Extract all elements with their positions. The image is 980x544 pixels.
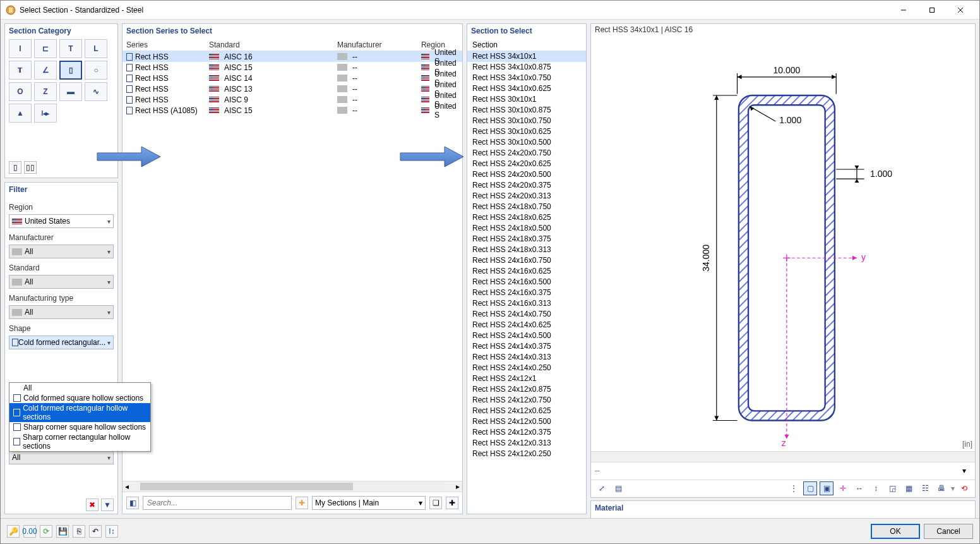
- section-item[interactable]: Rect HSS 30x10x0.875: [467, 105, 586, 116]
- close-button[interactable]: [946, 1, 974, 19]
- cat-hollow-rect[interactable]: ▯: [59, 61, 82, 80]
- cat-round-hollow[interactable]: ○: [85, 61, 107, 80]
- section-item[interactable]: Rect HSS 24x16x0.625: [467, 266, 586, 277]
- section-item[interactable]: Rect HSS 24x20x0.625: [467, 159, 586, 169]
- section-item[interactable]: Rect HSS 24x18x0.625: [467, 212, 586, 223]
- section-item[interactable]: Rect HSS 24x18x0.375: [467, 234, 586, 245]
- section-item[interactable]: Rect HSS 24x18x0.750: [467, 202, 586, 212]
- series-row[interactable]: Rect HSS (A1085) AISC 15 -- United S: [122, 105, 462, 116]
- section-item[interactable]: Rect HSS 24x14x0.313: [467, 352, 586, 363]
- cancel-button[interactable]: Cancel: [924, 524, 973, 539]
- section-item[interactable]: Rect HSS 24x12x0.250: [467, 449, 586, 459]
- tb-reset-icon[interactable]: ⟲: [957, 481, 971, 495]
- cat-i-beam[interactable]: I: [9, 39, 32, 58]
- cat-bulb[interactable]: ▲: [9, 104, 32, 123]
- section-note-select[interactable]: All▾: [9, 450, 114, 464]
- shape-option[interactable]: Sharp corner square hollow sections: [9, 422, 150, 432]
- ft-refresh-icon[interactable]: ⟳: [40, 525, 52, 538]
- series-tool-icon[interactable]: ◧: [126, 497, 139, 509]
- add-section-icon[interactable]: ✚: [296, 497, 308, 509]
- cat-view-single-icon[interactable]: ▯: [9, 161, 21, 174]
- section-list[interactable]: Rect HSS 34x10x1Rect HSS 34x10x0.875Rect…: [467, 51, 586, 514]
- ft-ibeam-icon[interactable]: I↕: [105, 525, 118, 538]
- section-item[interactable]: Rect HSS 24x20x0.750: [467, 148, 586, 159]
- tb-show-outline-icon[interactable]: ▢: [803, 481, 817, 495]
- series-row[interactable]: Rect HSS AISC 16 -- United S: [122, 51, 462, 62]
- section-item[interactable]: Rect HSS 24x14x0.375: [467, 341, 586, 352]
- section-item[interactable]: Rect HSS 30x10x0.750: [467, 116, 586, 126]
- tb-height-dim-icon[interactable]: ↕: [869, 481, 883, 495]
- ft-undo-icon[interactable]: ↶: [89, 525, 102, 538]
- preview-hscroll[interactable]: [591, 451, 975, 462]
- tb-show-section-icon[interactable]: ▣: [820, 481, 834, 495]
- minimize-button[interactable]: [889, 1, 917, 19]
- section-item[interactable]: Rect HSS 24x12x1: [467, 373, 586, 384]
- section-item[interactable]: Rect HSS 24x18x0.313: [467, 245, 586, 255]
- section-item[interactable]: Rect HSS 24x14x0.500: [467, 330, 586, 341]
- tb-grid-icon[interactable]: ▦: [902, 481, 916, 495]
- section-item[interactable]: Rect HSS 24x12x0.375: [467, 427, 586, 438]
- ft-help-icon[interactable]: 🔑: [7, 525, 20, 538]
- shape-option[interactable]: Sharp corner rectangular hollow sections: [9, 432, 150, 451]
- cat-angle[interactable]: L: [85, 39, 107, 58]
- tb-print-icon[interactable]: 🖶: [935, 481, 948, 495]
- section-item[interactable]: Rect HSS 30x10x0.500: [467, 137, 586, 148]
- shape-option[interactable]: Cold formed rectangular hollow sections: [9, 403, 150, 422]
- shape-option[interactable]: All: [9, 383, 150, 393]
- shape-select[interactable]: Cold formed rectangular...▾: [9, 335, 114, 349]
- section-item[interactable]: Rect HSS 24x20x0.375: [467, 180, 586, 191]
- cat-tee[interactable]: T: [59, 39, 82, 58]
- section-item[interactable]: Rect HSS 24x16x0.500: [467, 277, 586, 287]
- tb-dims-points-icon[interactable]: ⋮: [787, 481, 801, 495]
- maximize-button[interactable]: [917, 1, 946, 19]
- section-item[interactable]: Rect HSS 24x12x0.625: [467, 406, 586, 416]
- section-item[interactable]: Rect HSS 24x18x0.500: [467, 223, 586, 234]
- cat-double-angle[interactable]: ∠: [34, 61, 57, 80]
- cat-double-tee[interactable]: ⫪: [9, 61, 32, 80]
- standard-select[interactable]: All▾: [9, 275, 114, 289]
- ft-save-icon[interactable]: 💾: [56, 525, 69, 538]
- cat-corrugated[interactable]: ∿: [85, 82, 107, 101]
- cat-view-double-icon[interactable]: ▯▯: [24, 161, 37, 174]
- cat-channel[interactable]: ⊏: [34, 39, 57, 58]
- ft-units-icon[interactable]: 0.00: [23, 525, 36, 538]
- section-item[interactable]: Rect HSS 24x12x0.500: [467, 416, 586, 427]
- cat-zee[interactable]: Z: [34, 82, 57, 101]
- mfg-type-select[interactable]: All▾: [9, 305, 114, 319]
- section-item[interactable]: Rect HSS 24x16x0.375: [467, 287, 586, 298]
- section-item[interactable]: Rect HSS 24x12x0.750: [467, 395, 586, 406]
- tb-axes-icon[interactable]: ✛: [836, 481, 850, 495]
- section-item[interactable]: Rect HSS 24x20x0.500: [467, 169, 586, 180]
- section-item[interactable]: Rect HSS 30x10x0.625: [467, 126, 586, 137]
- fav-add-icon[interactable]: ❏: [429, 497, 442, 509]
- cat-flat[interactable]: ▬: [59, 82, 82, 101]
- section-item[interactable]: Rect HSS 24x20x0.313: [467, 191, 586, 202]
- series-row[interactable]: Rect HSS AISC 9 -- United S: [122, 94, 462, 105]
- section-item[interactable]: Rect HSS 34x10x1: [467, 51, 586, 62]
- ft-copy-icon[interactable]: ⎘: [73, 525, 85, 538]
- section-item[interactable]: Rect HSS 34x10x0.750: [467, 73, 586, 83]
- cat-built-up[interactable]: I◂▸: [34, 104, 57, 123]
- section-item[interactable]: Rect HSS 24x12x0.875: [467, 384, 586, 395]
- section-item[interactable]: Rect HSS 24x16x0.313: [467, 298, 586, 309]
- section-item[interactable]: Rect HSS 24x14x0.750: [467, 309, 586, 320]
- series-hscroll[interactable]: ◂▸: [122, 481, 462, 492]
- my-sections-select[interactable]: My Sections | Main▾: [312, 496, 426, 510]
- manufacturer-select[interactable]: All▾: [9, 245, 114, 258]
- region-select[interactable]: United States▾: [9, 214, 114, 228]
- tb-values-icon[interactable]: ☷: [918, 481, 932, 495]
- filter-apply-icon[interactable]: ▼: [101, 499, 114, 511]
- section-item[interactable]: Rect HSS 30x10x1: [467, 94, 586, 105]
- tb-width-dim-icon[interactable]: ↔: [852, 481, 866, 495]
- series-row[interactable]: Rect HSS AISC 13 -- United S: [122, 83, 462, 94]
- section-item[interactable]: Rect HSS 24x12x0.313: [467, 438, 586, 449]
- tb-corner-icon[interactable]: ◲: [885, 481, 899, 495]
- section-item[interactable]: Rect HSS 34x10x0.625: [467, 83, 586, 94]
- series-row[interactable]: Rect HSS AISC 15 -- United S: [122, 62, 462, 73]
- section-item[interactable]: Rect HSS 24x14x0.250: [467, 363, 586, 373]
- ok-button[interactable]: OK: [871, 524, 920, 539]
- filter-clear-icon[interactable]: ✖: [86, 499, 99, 511]
- shape-option[interactable]: Cold formed square hollow sections: [9, 393, 150, 403]
- cat-oval[interactable]: O: [9, 82, 32, 101]
- search-input[interactable]: [143, 496, 292, 510]
